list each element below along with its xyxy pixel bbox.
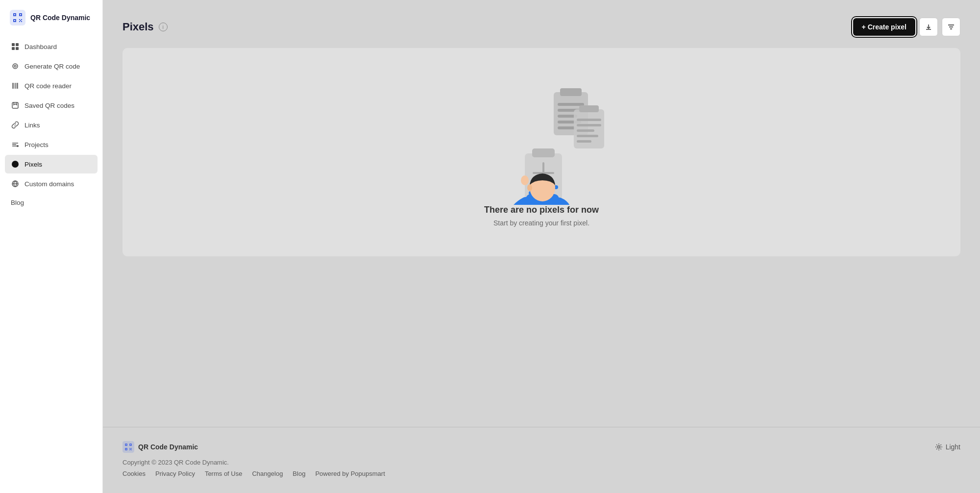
sidebar-item-label-dashboard: Dashboard	[24, 43, 57, 50]
svg-point-8	[13, 64, 18, 69]
svg-rect-24	[558, 126, 575, 129]
svg-rect-19	[560, 88, 582, 96]
empty-state-title: There are no pixels for now	[484, 205, 599, 215]
svg-rect-33	[532, 148, 555, 157]
svg-rect-3	[14, 20, 15, 21]
svg-rect-10	[12, 83, 14, 89]
svg-rect-49	[126, 449, 127, 450]
logo-icon	[10, 10, 25, 25]
footer-links: Cookies Privacy Policy Terms of Use Chan…	[122, 470, 960, 477]
sidebar-item-label-links: Links	[24, 122, 40, 129]
sidebar-item-custom-domains[interactable]: Custom domains	[5, 174, 98, 193]
sidebar-item-label-projects: Projects	[24, 141, 49, 148]
sidebar-item-label-saved: Saved QR codes	[24, 102, 74, 109]
brand-name: QR Code Dynamic	[30, 14, 90, 22]
filter-button[interactable]	[942, 18, 960, 36]
svg-point-50	[937, 446, 940, 448]
svg-rect-20	[558, 103, 584, 106]
footer-logo-icon	[122, 441, 134, 453]
header-actions: + Create pixel	[853, 18, 960, 36]
download-button[interactable]	[919, 18, 938, 36]
sidebar-nav: Dashboard Generate QR code Q	[0, 37, 102, 493]
projects-icon	[11, 140, 20, 149]
svg-rect-30	[577, 135, 598, 137]
svg-point-15	[17, 145, 19, 147]
filter-icon	[947, 23, 955, 31]
svg-point-45	[521, 175, 529, 185]
footer-link-cookies[interactable]: Cookies	[122, 470, 146, 477]
main-content: Pixels i + Create pixel	[103, 0, 980, 493]
svg-rect-31	[577, 140, 591, 143]
sidebar-item-dashboard[interactable]: Dashboard	[5, 37, 98, 56]
svg-rect-26	[579, 105, 599, 112]
svg-rect-12	[15, 83, 16, 89]
svg-point-16	[12, 161, 19, 168]
illustration-svg	[478, 77, 605, 205]
footer: QR Code Dynamic Light Copyright © 2023 Q…	[103, 427, 980, 493]
footer-link-terms[interactable]: Terms of Use	[205, 470, 243, 477]
sidebar-item-links[interactable]: Links	[5, 116, 98, 134]
info-icon[interactable]: i	[159, 23, 168, 31]
svg-rect-13	[17, 83, 18, 89]
sidebar-item-qr-reader[interactable]: QR code reader	[5, 76, 98, 95]
svg-point-44	[527, 184, 532, 191]
footer-link-changelog[interactable]: Changelog	[252, 470, 283, 477]
sidebar-item-label-blog: Blog	[11, 199, 24, 206]
page-header: Pixels i + Create pixel	[122, 18, 960, 36]
footer-top: QR Code Dynamic Light	[122, 441, 960, 453]
links-icon	[11, 121, 20, 129]
sidebar-item-pixels[interactable]: Pixels	[5, 155, 98, 173]
svg-rect-1	[14, 14, 15, 15]
svg-rect-0	[10, 10, 25, 25]
empty-illustration	[142, 77, 941, 205]
footer-brand-name: QR Code Dynamic	[138, 443, 198, 451]
theme-toggle[interactable]: Light	[935, 443, 960, 451]
sidebar-item-label-reader: QR code reader	[24, 82, 72, 90]
svg-rect-7	[16, 47, 19, 50]
svg-rect-4	[12, 43, 15, 46]
pixels-icon	[11, 160, 20, 169]
empty-state-card: There are no pixels for now Start by cre…	[122, 48, 960, 256]
sidebar-item-label-generate: Generate QR code	[24, 63, 80, 70]
sidebar-item-saved-qr[interactable]: Saved QR codes	[5, 96, 98, 115]
footer-link-popupsmart[interactable]: Powered by Popupsmart	[315, 470, 385, 477]
svg-rect-28	[577, 124, 601, 126]
domains-icon	[11, 179, 20, 188]
svg-rect-27	[577, 119, 601, 121]
svg-rect-14	[12, 102, 18, 108]
reader-icon	[11, 81, 20, 90]
svg-rect-48	[130, 444, 131, 445]
svg-rect-2	[20, 14, 21, 15]
svg-rect-29	[577, 129, 594, 132]
gear-icon	[935, 443, 943, 451]
page-title: Pixels	[122, 21, 154, 33]
sidebar-item-label-domains: Custom domains	[24, 180, 74, 188]
footer-logo: QR Code Dynamic	[122, 441, 198, 453]
sidebar-item-projects[interactable]: Projects	[5, 135, 98, 154]
svg-rect-47	[126, 444, 127, 445]
sidebar-item-label-pixels: Pixels	[24, 161, 42, 168]
svg-point-9	[14, 65, 16, 67]
theme-label: Light	[946, 443, 960, 451]
footer-copyright: Copyright © 2023 QR Code Dynamic.	[122, 459, 960, 466]
sidebar-logo: QR Code Dynamic	[0, 0, 102, 37]
svg-rect-11	[14, 83, 15, 89]
sidebar-item-blog[interactable]: Blog	[5, 194, 98, 211]
page-title-row: Pixels i	[122, 21, 168, 33]
footer-link-privacy[interactable]: Privacy Policy	[155, 470, 195, 477]
svg-rect-5	[16, 43, 19, 46]
download-icon	[925, 23, 932, 31]
dashboard-icon	[11, 42, 20, 51]
qr-icon	[11, 62, 20, 71]
svg-rect-6	[12, 47, 15, 50]
empty-state-subtitle: Start by creating your first pixel.	[493, 219, 589, 227]
sidebar-item-generate-qr[interactable]: Generate QR code	[5, 57, 98, 75]
sidebar: QR Code Dynamic Dashboard	[0, 0, 103, 493]
footer-link-blog[interactable]: Blog	[293, 470, 305, 477]
saved-icon	[11, 101, 20, 110]
create-pixel-button[interactable]: + Create pixel	[853, 18, 915, 36]
svg-rect-46	[122, 441, 134, 453]
